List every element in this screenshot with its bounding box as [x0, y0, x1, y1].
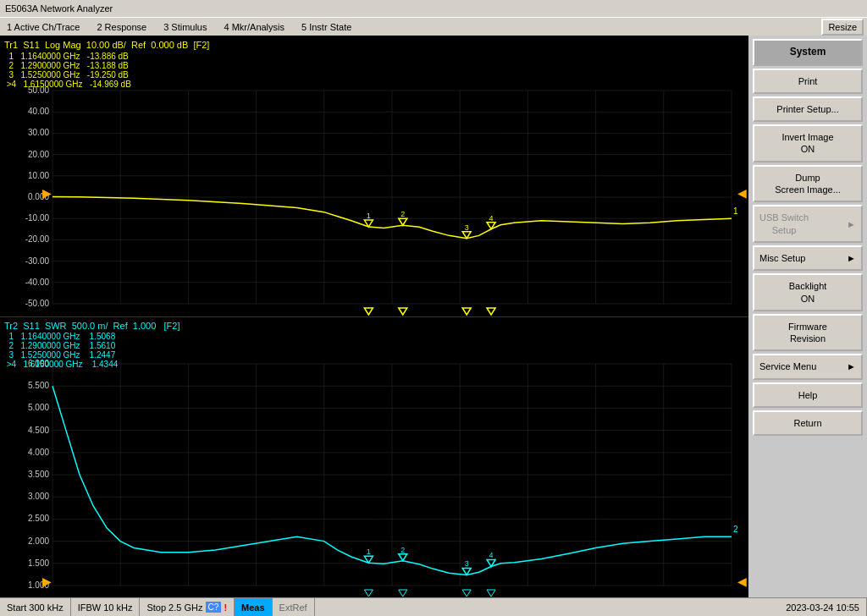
menu-active-ch[interactable]: 1 Active Ch/Trace [3, 20, 83, 34]
chart-bottom [0, 317, 748, 598]
menu-bar: 1 Active Ch/Trace 2 Response 3 Stimulus … [0, 17, 867, 36]
status-bar: Start 300 kHz IFBW 10 kHz Stop 2.5 GHz C… [0, 597, 867, 616]
stop-freq: Stop 2.5 GHz C? ! [140, 598, 235, 616]
menu-mkr[interactable]: 4 Mkr/Analysis [220, 20, 288, 34]
misc-setup-arrow-icon: ► [847, 252, 856, 264]
resize-button[interactable]: Resize [821, 19, 864, 36]
system-button[interactable]: System [753, 39, 863, 66]
usb-switch-button[interactable]: USB SwitchSetup ► [753, 205, 863, 243]
print-button[interactable]: Print [753, 69, 863, 94]
usb-switch-arrow-icon: ► [847, 218, 856, 230]
start-freq: Start 300 kHz [0, 598, 71, 616]
ifbw: IFBW 10 kHz [71, 598, 141, 616]
firmware-revision-button[interactable]: FirmwareRevision [753, 314, 863, 352]
datetime: 2023-03-24 10:55 [779, 598, 867, 616]
menu-stimulus[interactable]: 3 Stimulus [160, 20, 210, 34]
exclaim-icon: ! [224, 602, 227, 613]
return-button[interactable]: Return [753, 410, 863, 436]
chart-top [0, 36, 748, 317]
dump-screen-button[interactable]: DumpScreen Image... [753, 165, 863, 203]
service-menu-arrow-icon: ► [847, 360, 856, 372]
main-area: System Print Printer Setup... Invert Ima… [0, 36, 867, 597]
printer-setup-button[interactable]: Printer Setup... [753, 96, 863, 122]
extref-badge: ExtRef [273, 598, 315, 616]
service-menu-button[interactable]: Service Menu ► [753, 354, 863, 379]
title-bar: E5063A Network Analyzer [0, 0, 867, 17]
c-icon: C? [206, 602, 222, 613]
invert-image-button[interactable]: Invert ImageON [753, 124, 863, 162]
app-title: E5063A Network Analyzer [5, 3, 113, 14]
help-button[interactable]: Help [753, 382, 863, 408]
right-panel: System Print Printer Setup... Invert Ima… [748, 36, 867, 597]
backlight-button[interactable]: BacklightON [753, 273, 863, 311]
chart-area [0, 36, 748, 597]
menu-instr-state[interactable]: 5 Instr State [298, 20, 355, 34]
meas-badge: Meas [235, 598, 273, 616]
misc-setup-button[interactable]: Misc Setup ► [753, 245, 863, 271]
menu-response[interactable]: 2 Response [93, 20, 150, 34]
